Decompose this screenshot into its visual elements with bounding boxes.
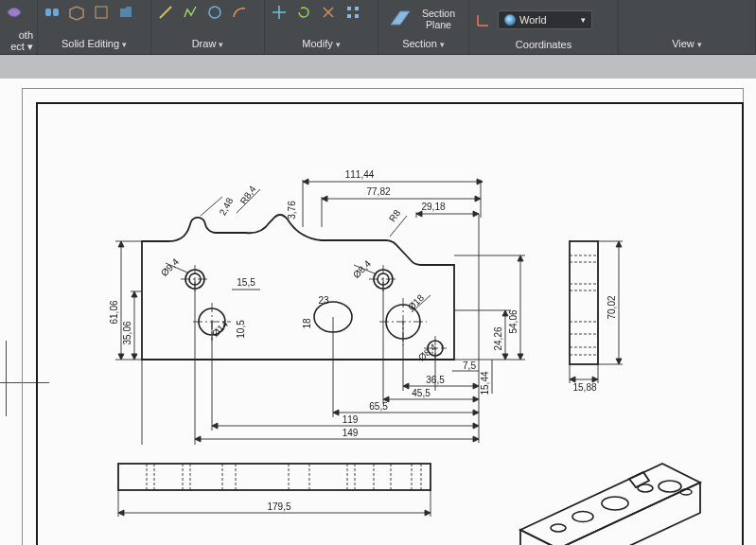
svg-point-18 bbox=[551, 524, 566, 532]
section-plane-button[interactable] bbox=[387, 8, 413, 30]
ribbon-panel-coordinates: World ▾ Coordinates bbox=[469, 0, 619, 54]
dim-29-18: 29,18 bbox=[421, 202, 445, 212]
svg-rect-1 bbox=[53, 9, 59, 16]
dim-179-5: 179,5 bbox=[267, 501, 290, 512]
dim-77-82: 77,82 bbox=[366, 186, 390, 197]
dim-d9-4: Ø9,4 bbox=[159, 256, 181, 278]
rotate-icon[interactable] bbox=[293, 2, 314, 23]
svg-point-3 bbox=[209, 7, 220, 18]
trim-icon[interactable] bbox=[318, 2, 339, 23]
mesh-label-b: ect bbox=[10, 41, 25, 52]
mesh-label-a: oth bbox=[19, 29, 33, 41]
isometric-view bbox=[501, 426, 744, 545]
svg-point-20 bbox=[602, 497, 628, 510]
arc-icon[interactable] bbox=[229, 2, 250, 23]
ribbon-toolbar: oth ect ▾ Solid Editing▾ bbox=[0, 0, 756, 55]
panel-title-section[interactable]: Section▾ bbox=[382, 36, 465, 52]
panel-title-draw[interactable]: Draw▾ bbox=[155, 36, 260, 52]
dim-61-06: 61,06 bbox=[109, 300, 119, 324]
line-icon[interactable] bbox=[155, 2, 176, 23]
coordinate-system-select[interactable]: World ▾ bbox=[498, 10, 592, 29]
dim-15-44: 15,44 bbox=[480, 371, 490, 395]
separate-icon[interactable] bbox=[42, 2, 62, 23]
clean-icon[interactable] bbox=[91, 2, 112, 23]
panel-title-coordinates[interactable]: Coordinates bbox=[473, 37, 614, 52]
svg-rect-6 bbox=[347, 14, 351, 18]
globe-icon bbox=[504, 14, 516, 26]
svg-rect-5 bbox=[355, 7, 359, 10]
dim-7-5: 7,5 bbox=[463, 360, 476, 371]
ucs-icon[interactable] bbox=[473, 9, 494, 30]
dim-r8: R8 bbox=[387, 207, 403, 223]
dim-149: 149 bbox=[343, 428, 359, 438]
dim-15-88: 15,88 bbox=[572, 382, 596, 393]
svg-rect-17 bbox=[118, 464, 431, 490]
shell-icon[interactable] bbox=[66, 2, 87, 23]
circle-icon[interactable] bbox=[204, 2, 225, 23]
top-edge-view: 179,5 bbox=[109, 454, 487, 545]
crosshair-vertical bbox=[6, 341, 7, 416]
svg-rect-16 bbox=[570, 241, 598, 364]
ribbon-panel-modify: Modify▾ bbox=[265, 0, 378, 54]
dim-15-5: 15,5 bbox=[237, 277, 255, 288]
array-icon[interactable] bbox=[343, 2, 363, 23]
dim-10-5: 10,5 bbox=[236, 320, 246, 339]
panel-title-solid-editing[interactable]: Solid Editing▾ bbox=[42, 36, 147, 52]
dim-119: 119 bbox=[343, 414, 359, 425]
dim-24-26: 24,26 bbox=[493, 326, 503, 350]
panel-title-modify[interactable]: Modify▾ bbox=[269, 36, 374, 52]
ribbon-panel-draw: Draw▾ bbox=[151, 0, 265, 54]
dim-70-02: 70,02 bbox=[607, 295, 617, 319]
dim-54-06: 54,06 bbox=[508, 309, 519, 333]
ribbon-panel-section: Section Plane Section▾ bbox=[378, 0, 469, 54]
svg-rect-4 bbox=[347, 7, 351, 10]
side-view: 70,02 15,88 bbox=[560, 232, 683, 402]
svg-rect-7 bbox=[355, 14, 359, 18]
check-icon[interactable] bbox=[115, 2, 136, 23]
front-view: 111,44 77,82 29,18 2,48 R8,4 3,76 R8 Ø9,… bbox=[76, 123, 568, 464]
dim-35-06: 35,06 bbox=[122, 321, 132, 344]
ribbon-panel-mesh: oth ect ▾ bbox=[0, 0, 38, 54]
panel-title-view[interactable]: View▾ bbox=[623, 36, 751, 52]
dim-18v: 18 bbox=[302, 318, 312, 329]
svg-rect-2 bbox=[96, 7, 107, 18]
drawing-border-inner: 111,44 77,82 29,18 2,48 R8,4 3,76 R8 Ø9,… bbox=[36, 102, 744, 545]
dim-111-44: 111,44 bbox=[345, 169, 375, 180]
ribbon-panel-view: View▾ bbox=[619, 0, 756, 54]
drawing-viewport[interactable]: 111,44 77,82 29,18 2,48 R8,4 3,76 R8 Ø9,… bbox=[0, 55, 756, 545]
section-plane-label: Section Plane bbox=[417, 8, 461, 30]
dim-45-5: 45,5 bbox=[412, 388, 431, 398]
dim-3-76: 3,76 bbox=[287, 201, 297, 220]
polyline-icon[interactable] bbox=[180, 2, 201, 23]
svg-point-19 bbox=[572, 512, 593, 522]
coordinate-system-value: World bbox=[519, 14, 547, 26]
svg-point-21 bbox=[638, 484, 653, 492]
dim-23: 23 bbox=[318, 295, 329, 306]
svg-point-22 bbox=[659, 481, 681, 492]
svg-rect-0 bbox=[45, 9, 51, 16]
dim-65-5: 65,5 bbox=[369, 401, 388, 412]
smooth-object-icon[interactable] bbox=[4, 2, 25, 23]
move-icon[interactable] bbox=[269, 2, 290, 23]
ribbon-panel-solid-editing: Solid Editing▾ bbox=[38, 0, 151, 54]
dim-d8-4a: Ø8,4 bbox=[351, 258, 373, 280]
